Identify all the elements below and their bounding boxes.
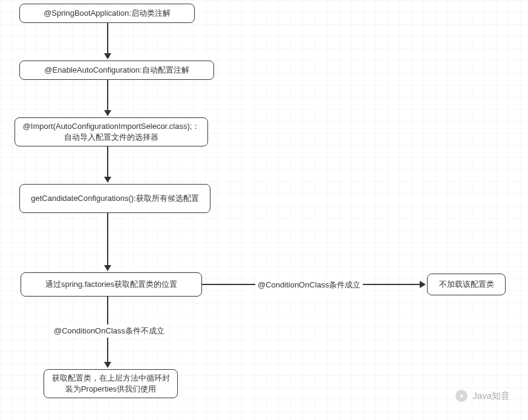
flow-node-properties-wrap: 获取配置类，在上层方法中循环封装为Properties供我们使用 (44, 369, 178, 398)
arrow-head-1-2 (104, 53, 111, 59)
flow-node-spring-factories: 通过spring.factories获取配置类的位置 (21, 272, 202, 297)
wechat-icon: ✦ (455, 390, 468, 402)
arrow-2-3 (107, 80, 108, 110)
node-label: 通过spring.factories获取配置类的位置 (45, 279, 177, 290)
arrow-3-4 (107, 146, 108, 177)
arrow-1-2 (107, 23, 108, 53)
watermark-text: Java知音 (472, 390, 510, 402)
arrow-head-5-6 (104, 362, 111, 368)
node-label: getCandidateConfigurations():获取所有候选配置 (31, 193, 198, 204)
node-label: @EnableAutoConfiguration:自动配置注解 (44, 65, 189, 76)
node-label: @Import(AutoConfigurationImportSelecor.c… (21, 121, 201, 143)
flow-node-springboot-application: @SpringBootApplication:启动类注解 (19, 4, 195, 23)
node-label: @SpringBootApplication:启动类注解 (44, 8, 171, 19)
arrow-head-5-7 (420, 281, 426, 288)
arrow-head-3-4 (104, 177, 111, 183)
edge-label-condition-false: @ConditionOnClass条件不成立 (51, 324, 167, 338)
flow-node-enable-auto-configuration: @EnableAutoConfiguration:自动配置注解 (19, 61, 214, 80)
arrow-4-5 (107, 213, 108, 265)
edge-label-condition-true: @ConditionOnClass条件成立 (255, 278, 363, 292)
node-label: 获取配置类，在上层方法中循环封装为Properties供我们使用 (50, 373, 171, 395)
arrow-head-2-3 (104, 110, 111, 116)
flow-node-import-selector: @Import(AutoConfigurationImportSelecor.c… (15, 117, 208, 146)
arrow-head-4-5 (104, 265, 111, 271)
flow-node-not-load: 不加载该配置类 (427, 274, 506, 295)
watermark: ✦ Java知音 (455, 390, 510, 402)
node-label: 不加载该配置类 (439, 279, 494, 290)
flow-node-candidate-configurations: getCandidateConfigurations():获取所有候选配置 (19, 184, 210, 213)
